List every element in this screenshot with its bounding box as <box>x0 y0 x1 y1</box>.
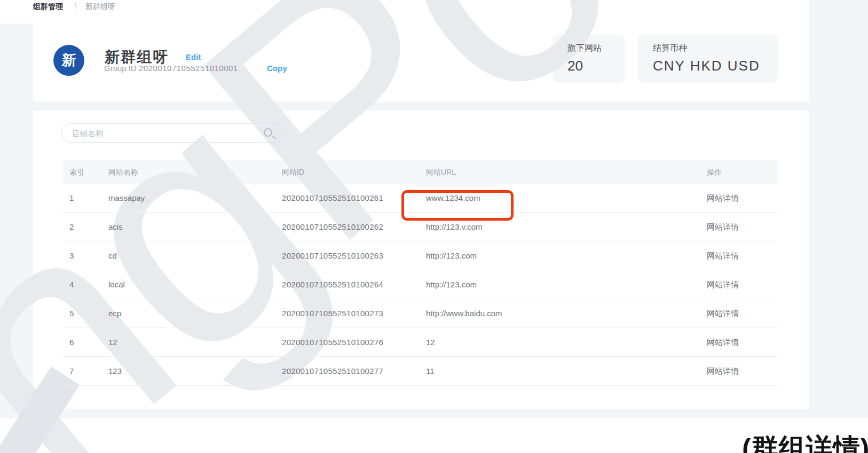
column-header-url: 网站URL <box>426 160 456 184</box>
row-site-name: 12 <box>108 328 117 357</box>
row-index: 7 <box>69 357 74 386</box>
row-site-id: 2020010710552510100273 <box>282 299 383 328</box>
row-site-name: cd <box>108 241 117 270</box>
stat-sites-label: 旗下网站 <box>567 43 602 54</box>
row-index: 5 <box>69 299 74 328</box>
table-row: 3 cd 2020010710552510100263 http://123.c… <box>62 241 778 270</box>
row-site-id: 2020010710552510100277 <box>282 357 383 386</box>
column-header-action: 操作 <box>707 160 722 184</box>
site-detail-link[interactable]: 网站详情 <box>707 184 739 213</box>
table-row: 5 ecp 2020010710552510100273 http://www.… <box>62 299 778 328</box>
search-icon[interactable] <box>264 128 272 137</box>
row-site-name: acis <box>108 213 123 241</box>
site-detail-link[interactable]: 网站详情 <box>707 299 739 328</box>
row-site-url: http://123.com <box>426 270 477 299</box>
stat-sites-value: 20 <box>567 58 583 74</box>
row-site-url: http://www.baidu.com <box>426 299 502 328</box>
row-site-url: www.1234.com <box>426 184 480 213</box>
row-index: 1 <box>69 184 74 213</box>
table-row: 1 massapay 2020010710552510100261 www.12… <box>62 184 778 213</box>
content-layer: 组群管理 \ 新群组呀 新 新群组呀 Edit Group ID 2020010… <box>0 0 868 453</box>
site-detail-link[interactable]: 网站详情 <box>707 241 739 270</box>
site-detail-link[interactable]: 网站详情 <box>707 213 739 241</box>
column-header-index: 索引 <box>69 160 84 184</box>
breadcrumb-current: 新群组呀 <box>85 2 115 12</box>
site-detail-link[interactable]: 网站详情 <box>707 357 739 386</box>
row-index: 3 <box>69 241 74 270</box>
group-id-label: Group ID <box>104 64 137 73</box>
edit-button[interactable]: Edit <box>186 52 201 61</box>
search-input[interactable] <box>61 123 287 143</box>
site-detail-link[interactable]: 网站详情 <box>707 270 739 299</box>
breadcrumb-separator: \ <box>75 2 77 10</box>
table-row: 7 123 2020010710552510100277 11 网站详情 <box>62 357 778 386</box>
row-site-url: 11 <box>426 357 435 386</box>
row-index: 2 <box>69 213 74 241</box>
row-site-url: http://123.com <box>426 241 477 270</box>
stat-currencies-value: CNY HKD USD <box>653 58 760 74</box>
row-site-name: ecp <box>108 299 121 328</box>
row-site-name: massapay <box>108 184 145 213</box>
table-row: 6 12 2020010710552510100276 12 网站详情 <box>62 328 778 357</box>
row-site-name: 123 <box>108 357 122 386</box>
page: ngPo 组群管理 \ 新群组呀 新 新群组呀 Edit Group ID 20… <box>0 0 868 453</box>
stat-currencies-label: 结算币种 <box>653 43 687 54</box>
row-site-id: 2020010710552510100261 <box>282 184 383 213</box>
row-site-name: local <box>108 270 125 299</box>
row-site-id: 2020010710552510100263 <box>282 241 383 270</box>
row-site-id: 2020010710552510100276 <box>282 328 383 357</box>
table-row: 4 local 2020010710552510100264 http://12… <box>62 270 778 299</box>
footer-caption: (群组详情) <box>742 431 868 453</box>
row-site-id: 2020010710552510100262 <box>282 213 383 241</box>
column-header-name: 网站名称 <box>108 160 138 184</box>
row-site-url: http://123.v.com <box>426 213 483 241</box>
row-index: 4 <box>69 270 74 299</box>
row-site-id: 2020010710552510100264 <box>282 270 383 299</box>
group-avatar: 新 <box>53 45 84 76</box>
table-row: 2 acis 2020010710552510100262 http://123… <box>62 213 778 241</box>
site-detail-link[interactable]: 网站详情 <box>707 328 739 357</box>
row-index: 6 <box>69 328 74 357</box>
table-body: 1 massapay 2020010710552510100261 www.12… <box>62 184 778 386</box>
breadcrumb-root[interactable]: 组群管理 <box>33 2 63 12</box>
group-id-value: 202001071055251010001 <box>139 64 238 73</box>
copy-button[interactable]: Copy <box>267 64 287 73</box>
row-site-url: 12 <box>426 328 435 357</box>
column-header-id: 网站ID <box>282 160 304 184</box>
